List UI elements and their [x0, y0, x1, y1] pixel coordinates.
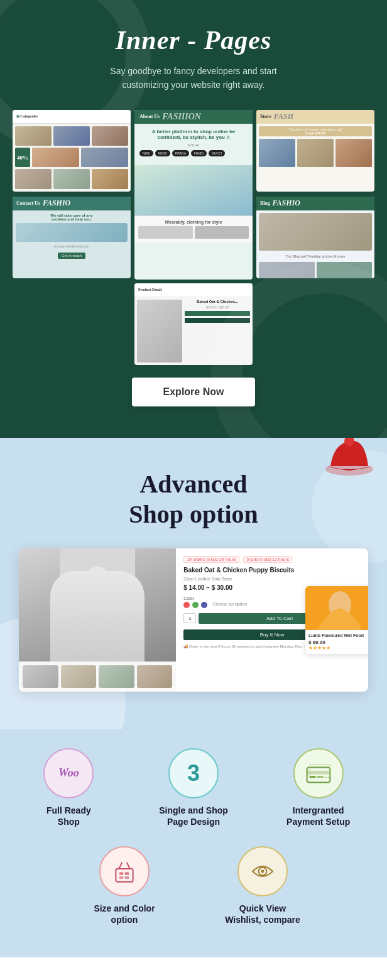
- inner-pages-subtitle: Say goodbye to fancy developers and star…: [13, 64, 374, 92]
- color-red[interactable]: [183, 602, 190, 608]
- product-mockup-card: 19 orders in last 24 hours 5 sold in las…: [19, 548, 368, 692]
- feature-size-label: Size and Coloroption: [94, 903, 155, 925]
- page-thumb-category: ☰ Categories 40%: [13, 110, 131, 192]
- svg-rect-7: [307, 771, 330, 775]
- svg-rect-13: [125, 873, 129, 875]
- feature-payment: IntergrantedPayment Setup: [262, 748, 374, 827]
- badge-orders: 19 orders in last 24 hours: [183, 556, 239, 563]
- three-icon: 3: [187, 760, 200, 787]
- related-product-title: Lumb Flavoured Wet Food: [308, 633, 368, 638]
- explore-btn-wrap: Explore Now: [13, 378, 374, 406]
- svg-rect-15: [125, 876, 129, 879]
- svg-rect-12: [119, 873, 123, 875]
- quantity-input[interactable]: 1: [183, 613, 196, 623]
- related-product-image: [305, 586, 368, 630]
- page-thumb-contact: Contact Us FASHIO We will take care of a…: [13, 197, 131, 278]
- three-icon-wrap: 3: [168, 748, 219, 798]
- related-product-stars: ★★★★★: [308, 645, 368, 651]
- svg-rect-2: [60, 548, 135, 662]
- features-grid-top: Woo Full ReadyShop 3 Single and ShopPage…: [13, 748, 374, 827]
- eye-icon: [250, 859, 275, 884]
- product-badges: 19 orders in last 24 hours 5 sold in las…: [183, 556, 361, 563]
- color-placeholder: Choose an option: [212, 602, 247, 608]
- product-thumbnails: [19, 662, 176, 692]
- color-green[interactable]: [192, 602, 199, 608]
- woo-icon: Woo: [58, 766, 79, 780]
- feature-payment-label: IntergrantedPayment Setup: [286, 805, 350, 827]
- advanced-shop-title: AdvancedShop option: [13, 469, 374, 530]
- feature-woo-label: Full ReadyShop: [46, 805, 91, 827]
- product-detail-col: 19 orders in last 24 hours 5 sold in las…: [176, 548, 368, 692]
- payment-icon: [306, 763, 331, 783]
- product-meta: Clear Leather Sofa Table: [183, 577, 361, 581]
- feature-design-label: Single and ShopPage Design: [159, 805, 228, 827]
- feature-size-color: Size and Coloroption: [62, 846, 187, 925]
- feature-quick-view: Quick ViewWishlist, compare: [200, 846, 325, 925]
- product-title: Baked Oat & Chicken Puppy Biscuits: [183, 567, 361, 574]
- feature-quickview-label: Quick ViewWishlist, compare: [225, 903, 300, 925]
- eye-icon-wrap: [237, 846, 288, 896]
- product-main-image: [19, 548, 176, 662]
- page-thumb-about: About Us FASHION A better platform to sh…: [134, 110, 253, 280]
- advanced-shop-section: AdvancedShop option: [0, 438, 387, 729]
- features-section: Woo Full ReadyShop 3 Single and ShopPage…: [0, 729, 387, 957]
- related-product-card: Lumb Flavoured Wet Food $ 89.00 ★★★★★: [305, 586, 368, 654]
- size-color-icon: [112, 859, 137, 884]
- svg-rect-6: [307, 767, 330, 782]
- hat-decoration: [324, 438, 374, 476]
- badge-sold: 5 sold in last 12 hours: [243, 556, 292, 563]
- inner-pages-section: Inner - Pages Say goodbye to fancy devel…: [0, 0, 387, 438]
- inner-pages-title: Inner - Pages: [13, 25, 374, 55]
- feature-woo-full-ready: Woo Full ReadyShop: [13, 748, 125, 827]
- page-thumb-product: Product Detail Baked Oat & Chicken... $1…: [134, 283, 253, 365]
- page-thumb-blog: Blog FASHIO Top Blog and Trending articl…: [256, 197, 374, 278]
- svg-rect-14: [119, 876, 123, 879]
- size-color-icon-wrap: [99, 846, 150, 896]
- svg-point-17: [261, 870, 264, 873]
- product-image-col: [19, 548, 176, 692]
- pages-grid: ☰ Categories 40%: [13, 110, 374, 365]
- feature-shop-design: 3 Single and ShopPage Design: [138, 748, 250, 827]
- page-thumb-store: Store FASH The deal will expire soon hur…: [256, 110, 374, 192]
- related-product-price: $ 89.00: [308, 640, 368, 645]
- color-blue[interactable]: [201, 602, 207, 608]
- related-card-body: Lumb Flavoured Wet Food $ 89.00 ★★★★★: [305, 630, 368, 654]
- svg-rect-11: [116, 869, 133, 882]
- svg-point-3: [84, 567, 111, 599]
- payment-icon-wrap: [293, 748, 344, 798]
- features-grid-bottom: Size and Coloroption Quick ViewWishlist,…: [62, 846, 325, 925]
- woo-icon-wrap: Woo: [43, 748, 94, 798]
- explore-now-button[interactable]: Explore Now: [132, 378, 256, 406]
